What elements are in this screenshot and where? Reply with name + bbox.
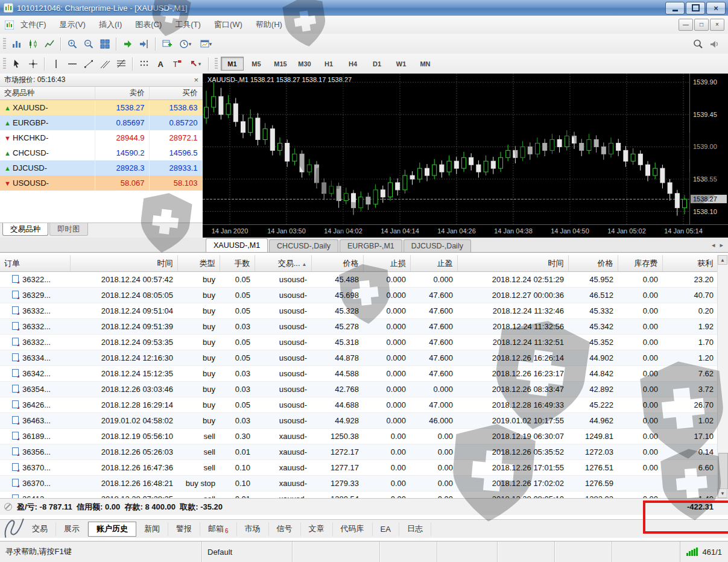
maximize-button[interactable] xyxy=(686,2,705,14)
terminal-column-header[interactable]: 时间 xyxy=(457,255,568,272)
terminal-column-header[interactable]: 价格 xyxy=(311,255,363,272)
candlestick-chart-button[interactable] xyxy=(25,36,41,51)
profile-selector[interactable]: Default xyxy=(202,541,293,562)
history-row[interactable]: 36370...2018.12.26 16:48:21buy stop0.10x… xyxy=(0,476,718,491)
terminal-column-header[interactable]: 止损 xyxy=(363,255,410,272)
history-row[interactable]: 36332...2018.12.24 09:53:35buy0.05usousd… xyxy=(0,335,718,350)
terminal-tab[interactable]: EA xyxy=(373,522,399,536)
history-row[interactable]: 36356...2018.12.26 05:26:03sell0.01xauus… xyxy=(0,444,718,460)
timeframe-button-m5[interactable]: M5 xyxy=(245,57,268,71)
chart-tab[interactable]: EURGBP-,M1 xyxy=(340,239,402,252)
mdi-minimize-button[interactable]: — xyxy=(679,19,693,31)
search-button[interactable] xyxy=(689,36,706,51)
terminal-column-header[interactable]: 手数 xyxy=(220,255,255,272)
text-label-button[interactable]: T xyxy=(168,56,185,71)
terminal-tab[interactable]: 文章 xyxy=(301,522,333,536)
terminal-tab[interactable]: 警报 xyxy=(168,522,200,536)
scrollbar-thumb[interactable] xyxy=(718,453,728,489)
terminal-tab[interactable]: 交易 xyxy=(24,522,56,536)
chart-window[interactable]: XAUUSD-,M1 1538.21 1538.27 1538.17 1538.… xyxy=(203,74,728,238)
history-row[interactable]: 36463...2019.01.02 04:58:02buy0.03usousd… xyxy=(0,413,718,429)
terminal-tab[interactable]: 信号 xyxy=(269,522,301,536)
vertical-line-button[interactable] xyxy=(48,56,64,71)
tile-windows-button[interactable] xyxy=(97,36,113,51)
indicators-button[interactable] xyxy=(159,36,175,51)
mdi-close-button[interactable]: × xyxy=(710,19,724,31)
history-row[interactable]: 36322...2018.12.24 00:57:42buy0.05usousd… xyxy=(0,272,718,288)
timeframe-button-m1[interactable]: M1 xyxy=(221,57,244,71)
menu-item[interactable]: 显示(V) xyxy=(53,18,92,31)
market-watch-row[interactable]: ▲CHCUSD-14590.214596.5 xyxy=(0,145,202,160)
line-chart-button[interactable] xyxy=(41,36,57,51)
terminal-tab[interactable]: 代码库 xyxy=(333,522,373,536)
history-row[interactable]: 36354...2018.12.26 03:03:46buy0.03usousd… xyxy=(0,382,718,397)
terminal-column-header[interactable]: 类型 xyxy=(177,255,220,272)
close-button[interactable]: × xyxy=(706,2,726,14)
history-row[interactable]: 36332...2018.12.24 09:51:04buy0.05usousd… xyxy=(0,303,718,319)
terminal-tab[interactable]: 日志 xyxy=(399,522,431,536)
menu-item[interactable]: 插入(I) xyxy=(92,18,128,31)
time-axis[interactable]: 14 Jan 202014 Jan 03:5014 Jan 04:0214 Ja… xyxy=(203,224,728,238)
price-axis[interactable]: 1538.27 1539.901539.451539.001538.551538… xyxy=(689,74,728,224)
arrows-button[interactable]: ▾ xyxy=(185,56,205,71)
timeframe-button-h4[interactable]: H4 xyxy=(341,57,364,71)
menu-item[interactable]: 帮助(H) xyxy=(249,18,289,31)
terminal-column-header[interactable]: 时间 xyxy=(70,255,177,272)
chart-shift-button[interactable] xyxy=(136,36,152,51)
vertical-scrollbar[interactable]: ▲ ▼ xyxy=(717,255,728,498)
history-row[interactable]: 36426...2018.12.28 16:29:14buy0.05usousd… xyxy=(0,397,718,413)
timeframe-button-d1[interactable]: D1 xyxy=(366,57,388,71)
shapes-button[interactable] xyxy=(136,56,152,71)
terminal-tab[interactable]: 新闻 xyxy=(136,522,168,536)
chart-tab[interactable]: CHCUSD-,Daily xyxy=(269,239,338,252)
chart-tab[interactable]: XAUUSD-,M1 xyxy=(206,238,268,252)
menu-item[interactable]: 图表(C) xyxy=(128,18,168,31)
market-watch-column-header[interactable]: 买价 xyxy=(149,87,202,100)
market-watch-row[interactable]: ▲XAUUSD-1538.271538.63 xyxy=(0,100,202,116)
menu-item[interactable]: 窗口(W) xyxy=(207,18,249,31)
scroll-up-icon[interactable]: ▲ xyxy=(718,255,727,265)
history-row[interactable]: 36370...2018.12.26 16:47:36sell0.10xauus… xyxy=(0,460,718,476)
connection-status[interactable]: 461/1 xyxy=(680,541,728,562)
market-watch-tab[interactable]: 交易品种 xyxy=(2,223,48,236)
tab-scroll-right-icon[interactable]: ▸ xyxy=(720,241,723,249)
auto-scroll-button[interactable] xyxy=(119,36,136,51)
horizontal-line-button[interactable] xyxy=(64,56,80,71)
market-watch-column-header[interactable]: 交易品种 xyxy=(0,87,95,100)
zoom-in-button[interactable] xyxy=(64,36,80,51)
fibonacci-button[interactable] xyxy=(113,56,129,71)
tab-scroll-left-icon[interactable]: ◂ xyxy=(712,241,715,249)
terminal-column-header[interactable]: 价格 xyxy=(568,255,618,272)
scroll-down-icon[interactable]: ▼ xyxy=(718,488,727,498)
history-row[interactable]: 36334...2018.12.24 12:16:30buy0.05usousd… xyxy=(0,350,718,366)
bar-chart-button[interactable] xyxy=(8,36,25,51)
zoom-out-button[interactable] xyxy=(80,36,97,51)
terminal-tab[interactable]: 市场 xyxy=(237,522,269,536)
cursor-button[interactable] xyxy=(8,56,25,71)
market-watch-row[interactable]: ▼USOUSD-58.06758.103 xyxy=(0,175,202,191)
history-row[interactable]: 36342...2018.12.24 15:12:35buy0.03usousd… xyxy=(0,366,718,382)
timeframe-button-mn[interactable]: MN xyxy=(414,57,437,71)
terminal-column-header[interactable]: 交易...▲ xyxy=(255,255,311,272)
terminal-column-header[interactable]: 获利 xyxy=(662,255,718,272)
channel-button[interactable] xyxy=(97,56,113,71)
timeframe-button-m15[interactable]: M15 xyxy=(269,57,292,71)
market-watch-row[interactable]: ▼HKCHKD-28944.928972.1 xyxy=(0,130,202,145)
history-row[interactable]: 36332...2018.12.24 09:51:39buy0.03usousd… xyxy=(0,319,718,335)
market-watch-row[interactable]: ▲EURGBP-0.856970.85720 xyxy=(0,115,202,130)
chart-tab[interactable]: DJCUSD-,Daily xyxy=(404,239,471,252)
mdi-restore-button[interactable]: □ xyxy=(694,19,709,31)
terminal-tab[interactable]: 账户历史 xyxy=(88,522,136,537)
templates-button[interactable]: ▾ xyxy=(195,36,216,51)
market-watch-close-icon[interactable]: × xyxy=(194,76,198,84)
history-row[interactable]: 36189...2018.12.19 05:56:10sell0.30xauus… xyxy=(0,429,718,444)
terminal-tab[interactable]: 邮箱6 xyxy=(200,522,237,536)
periods-button[interactable]: ▾ xyxy=(175,36,195,51)
market-watch-tab[interactable]: 即时图 xyxy=(49,223,88,236)
terminal-column-header[interactable]: 订单 xyxy=(0,255,70,272)
market-watch-row[interactable]: ▲DJCUSD-28928.328933.1 xyxy=(0,160,202,175)
toolbar-grip[interactable] xyxy=(3,38,6,50)
timeframe-button-h1[interactable]: H1 xyxy=(317,57,340,71)
menu-item[interactable]: 文件(F) xyxy=(14,18,53,31)
candlestick-chart[interactable] xyxy=(203,74,689,224)
